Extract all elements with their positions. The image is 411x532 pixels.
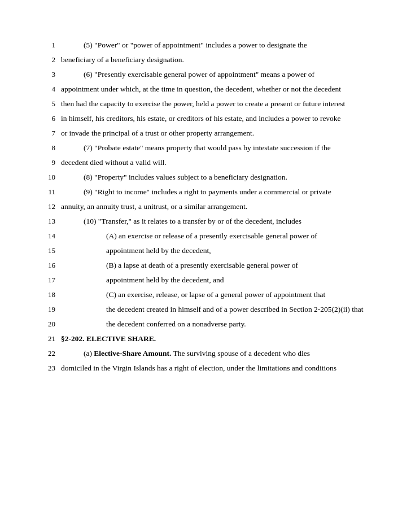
line-row: 5then had the capacity to exercise the p…: [45, 97, 366, 112]
line-number: 4: [45, 82, 61, 95]
line-number: 21: [45, 332, 61, 345]
line-text: annuity, an annuity trust, a unitrust, o…: [61, 200, 366, 213]
line-text: (C) an exercise, release, or lapse of a …: [61, 288, 366, 302]
line-text: beneficiary of a beneficiary designation…: [61, 53, 366, 67]
line-text: (A) an exercise or release of a presentl…: [61, 229, 366, 243]
line-number: 23: [45, 361, 61, 374]
line-number: 8: [45, 141, 61, 154]
line-text: domiciled in the Virgin Islands has a ri…: [61, 361, 366, 375]
line-text: (a) Elective-Share Amount. The surviving…: [61, 347, 366, 360]
line-text: (8) "Property" includes values subject t…: [61, 171, 366, 184]
line-number: 13: [45, 215, 61, 228]
line-row: 4appointment under which, at the time in…: [45, 82, 366, 97]
line-row: 19the decedent created in himself and of…: [45, 303, 366, 317]
line-row: 11(9) "Right to income" includes a right…: [45, 185, 366, 200]
line-number: 5: [45, 97, 61, 110]
line-text: the decedent conferred on a nonadverse p…: [61, 317, 366, 331]
line-number: 1: [45, 38, 61, 51]
line-number: 15: [45, 244, 61, 257]
line-row: 17appointment held by the decedent, and: [45, 273, 366, 288]
line-number: 6: [45, 112, 61, 125]
line-text: then had the capacity to exercise the po…: [61, 97, 366, 111]
line-text: decedent died without a valid will.: [61, 156, 366, 169]
line-row: 2beneficiary of a beneficiary designatio…: [45, 53, 366, 68]
line-number: 14: [45, 229, 61, 242]
line-row: 23domiciled in the Virgin Islands has a …: [45, 361, 366, 376]
line-row: 9decedent died without a valid will.: [45, 156, 366, 171]
line-row: 12annuity, an annuity trust, a unitrust,…: [45, 200, 366, 215]
line-text: (B) a lapse at death of a presently exer…: [61, 259, 366, 272]
line-number: 2: [45, 53, 61, 66]
line-number: 18: [45, 288, 61, 301]
line-number: 22: [45, 347, 61, 360]
line-row: 3(6) "Presently exercisable general powe…: [45, 68, 366, 82]
line-text: appointment under which, at the time in …: [61, 82, 366, 96]
line-row: 13(10) "Transfer," as it relates to a tr…: [45, 215, 366, 229]
line-text: or invade the principal of a trust or ot…: [61, 127, 366, 140]
line-row: 7or invade the principal of a trust or o…: [45, 127, 366, 141]
line-text: (7) "Probate estate" means property that…: [61, 141, 366, 155]
line-number: 20: [45, 317, 61, 330]
line-number: 16: [45, 259, 61, 272]
line-number: 12: [45, 200, 61, 213]
line-row: 22(a) Elective-Share Amount. The survivi…: [45, 347, 366, 361]
page: 1(5) "Power" or "power of appointment" i…: [0, 0, 411, 532]
line-row: 16(B) a lapse at death of a presently ex…: [45, 259, 366, 273]
line-text: (10) "Transfer," as it relates to a tran…: [61, 215, 366, 228]
line-text: appointment held by the decedent, and: [61, 273, 366, 287]
line-row: 18(C) an exercise, release, or lapse of …: [45, 288, 366, 303]
lines-container: 1(5) "Power" or "power of appointment" i…: [45, 38, 366, 376]
line-number: 10: [45, 171, 61, 184]
line-row: 15appointment held by the decedent,: [45, 244, 366, 259]
line-number: 9: [45, 156, 61, 169]
line-row: 8(7) "Probate estate" means property tha…: [45, 141, 366, 156]
line-row: 6in himself, his creditors, his estate, …: [45, 112, 366, 127]
line-row: 1(5) "Power" or "power of appointment" i…: [45, 38, 366, 53]
line-number: 19: [45, 303, 61, 316]
line-row: 21§2-202. ELECTIVE SHARE.: [45, 332, 366, 347]
line-row: 10(8) "Property" includes values subject…: [45, 171, 366, 185]
line-text: (5) "Power" or "power of appointment" in…: [61, 38, 366, 52]
line-text: appointment held by the decedent,: [61, 244, 366, 258]
line-row: 14(A) an exercise or release of a presen…: [45, 229, 366, 244]
line-text: (9) "Right to income" includes a right t…: [61, 185, 366, 199]
line-text: in himself, his creditors, his estate, o…: [61, 112, 366, 125]
line-text: the decedent created in himself and of a…: [61, 303, 366, 316]
line-text: (6) "Presently exercisable general power…: [61, 68, 366, 81]
line-row: 20the decedent conferred on a nonadverse…: [45, 317, 366, 332]
line-text: §2-202. ELECTIVE SHARE.: [61, 332, 366, 346]
line-number: 17: [45, 273, 61, 286]
line-number: 3: [45, 68, 61, 81]
line-number: 11: [45, 185, 61, 198]
line-number: 7: [45, 127, 61, 139]
